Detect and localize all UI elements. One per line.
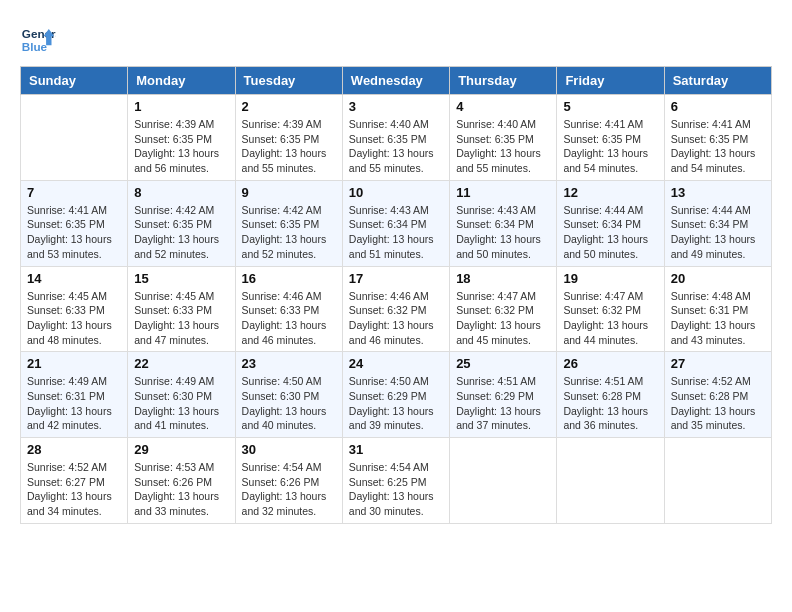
day-number: 31 [349,442,443,457]
day-detail: Sunrise: 4:46 AMSunset: 6:33 PMDaylight:… [242,289,336,348]
calendar-cell: 21Sunrise: 4:49 AMSunset: 6:31 PMDayligh… [21,352,128,438]
day-number: 29 [134,442,228,457]
calendar-cell: 18Sunrise: 4:47 AMSunset: 6:32 PMDayligh… [450,266,557,352]
day-number: 19 [563,271,657,286]
day-detail: Sunrise: 4:54 AMSunset: 6:25 PMDaylight:… [349,460,443,519]
day-detail: Sunrise: 4:47 AMSunset: 6:32 PMDaylight:… [456,289,550,348]
day-number: 1 [134,99,228,114]
calendar-cell: 6Sunrise: 4:41 AMSunset: 6:35 PMDaylight… [664,95,771,181]
calendar-cell: 25Sunrise: 4:51 AMSunset: 6:29 PMDayligh… [450,352,557,438]
day-number: 17 [349,271,443,286]
day-number: 21 [27,356,121,371]
calendar-week-row: 14Sunrise: 4:45 AMSunset: 6:33 PMDayligh… [21,266,772,352]
day-detail: Sunrise: 4:46 AMSunset: 6:32 PMDaylight:… [349,289,443,348]
day-detail: Sunrise: 4:39 AMSunset: 6:35 PMDaylight:… [242,117,336,176]
calendar-cell: 7Sunrise: 4:41 AMSunset: 6:35 PMDaylight… [21,180,128,266]
day-detail: Sunrise: 4:45 AMSunset: 6:33 PMDaylight:… [27,289,121,348]
calendar-cell: 3Sunrise: 4:40 AMSunset: 6:35 PMDaylight… [342,95,449,181]
day-number: 26 [563,356,657,371]
calendar-week-row: 28Sunrise: 4:52 AMSunset: 6:27 PMDayligh… [21,438,772,524]
calendar-cell: 29Sunrise: 4:53 AMSunset: 6:26 PMDayligh… [128,438,235,524]
calendar-cell: 28Sunrise: 4:52 AMSunset: 6:27 PMDayligh… [21,438,128,524]
day-detail: Sunrise: 4:40 AMSunset: 6:35 PMDaylight:… [349,117,443,176]
day-number: 11 [456,185,550,200]
day-detail: Sunrise: 4:41 AMSunset: 6:35 PMDaylight:… [27,203,121,262]
weekday-header-tuesday: Tuesday [235,67,342,95]
calendar-cell: 23Sunrise: 4:50 AMSunset: 6:30 PMDayligh… [235,352,342,438]
calendar-cell: 27Sunrise: 4:52 AMSunset: 6:28 PMDayligh… [664,352,771,438]
weekday-header-sunday: Sunday [21,67,128,95]
calendar-cell: 12Sunrise: 4:44 AMSunset: 6:34 PMDayligh… [557,180,664,266]
page-header: General Blue [20,20,772,56]
calendar-cell: 5Sunrise: 4:41 AMSunset: 6:35 PMDaylight… [557,95,664,181]
calendar-cell: 30Sunrise: 4:54 AMSunset: 6:26 PMDayligh… [235,438,342,524]
calendar-cell: 1Sunrise: 4:39 AMSunset: 6:35 PMDaylight… [128,95,235,181]
calendar-cell: 24Sunrise: 4:50 AMSunset: 6:29 PMDayligh… [342,352,449,438]
day-detail: Sunrise: 4:41 AMSunset: 6:35 PMDaylight:… [563,117,657,176]
day-detail: Sunrise: 4:50 AMSunset: 6:29 PMDaylight:… [349,374,443,433]
day-detail: Sunrise: 4:48 AMSunset: 6:31 PMDaylight:… [671,289,765,348]
day-number: 20 [671,271,765,286]
day-detail: Sunrise: 4:53 AMSunset: 6:26 PMDaylight:… [134,460,228,519]
calendar-cell: 16Sunrise: 4:46 AMSunset: 6:33 PMDayligh… [235,266,342,352]
calendar-cell: 8Sunrise: 4:42 AMSunset: 6:35 PMDaylight… [128,180,235,266]
day-detail: Sunrise: 4:51 AMSunset: 6:29 PMDaylight:… [456,374,550,433]
day-number: 25 [456,356,550,371]
calendar-cell: 11Sunrise: 4:43 AMSunset: 6:34 PMDayligh… [450,180,557,266]
svg-text:Blue: Blue [22,40,48,53]
day-number: 9 [242,185,336,200]
calendar-cell: 9Sunrise: 4:42 AMSunset: 6:35 PMDaylight… [235,180,342,266]
calendar-cell: 26Sunrise: 4:51 AMSunset: 6:28 PMDayligh… [557,352,664,438]
day-detail: Sunrise: 4:45 AMSunset: 6:33 PMDaylight:… [134,289,228,348]
calendar-week-row: 7Sunrise: 4:41 AMSunset: 6:35 PMDaylight… [21,180,772,266]
day-number: 12 [563,185,657,200]
day-detail: Sunrise: 4:41 AMSunset: 6:35 PMDaylight:… [671,117,765,176]
calendar-cell: 20Sunrise: 4:48 AMSunset: 6:31 PMDayligh… [664,266,771,352]
calendar-cell [557,438,664,524]
weekday-header-saturday: Saturday [664,67,771,95]
weekday-header-thursday: Thursday [450,67,557,95]
calendar-cell: 10Sunrise: 4:43 AMSunset: 6:34 PMDayligh… [342,180,449,266]
calendar-cell: 14Sunrise: 4:45 AMSunset: 6:33 PMDayligh… [21,266,128,352]
calendar-cell: 4Sunrise: 4:40 AMSunset: 6:35 PMDaylight… [450,95,557,181]
day-detail: Sunrise: 4:49 AMSunset: 6:31 PMDaylight:… [27,374,121,433]
calendar-table: SundayMondayTuesdayWednesdayThursdayFrid… [20,66,772,524]
weekday-header-monday: Monday [128,67,235,95]
day-number: 4 [456,99,550,114]
day-number: 6 [671,99,765,114]
day-number: 16 [242,271,336,286]
day-number: 28 [27,442,121,457]
calendar-cell: 19Sunrise: 4:47 AMSunset: 6:32 PMDayligh… [557,266,664,352]
calendar-cell: 2Sunrise: 4:39 AMSunset: 6:35 PMDaylight… [235,95,342,181]
calendar-cell: 15Sunrise: 4:45 AMSunset: 6:33 PMDayligh… [128,266,235,352]
day-detail: Sunrise: 4:39 AMSunset: 6:35 PMDaylight:… [134,117,228,176]
calendar-cell: 13Sunrise: 4:44 AMSunset: 6:34 PMDayligh… [664,180,771,266]
day-detail: Sunrise: 4:51 AMSunset: 6:28 PMDaylight:… [563,374,657,433]
calendar-cell: 31Sunrise: 4:54 AMSunset: 6:25 PMDayligh… [342,438,449,524]
calendar-week-row: 21Sunrise: 4:49 AMSunset: 6:31 PMDayligh… [21,352,772,438]
day-number: 24 [349,356,443,371]
calendar-cell: 17Sunrise: 4:46 AMSunset: 6:32 PMDayligh… [342,266,449,352]
day-number: 27 [671,356,765,371]
day-detail: Sunrise: 4:44 AMSunset: 6:34 PMDaylight:… [563,203,657,262]
day-detail: Sunrise: 4:40 AMSunset: 6:35 PMDaylight:… [456,117,550,176]
calendar-cell: 22Sunrise: 4:49 AMSunset: 6:30 PMDayligh… [128,352,235,438]
day-detail: Sunrise: 4:52 AMSunset: 6:28 PMDaylight:… [671,374,765,433]
day-detail: Sunrise: 4:47 AMSunset: 6:32 PMDaylight:… [563,289,657,348]
day-detail: Sunrise: 4:43 AMSunset: 6:34 PMDaylight:… [456,203,550,262]
day-detail: Sunrise: 4:49 AMSunset: 6:30 PMDaylight:… [134,374,228,433]
day-detail: Sunrise: 4:42 AMSunset: 6:35 PMDaylight:… [134,203,228,262]
calendar-week-row: 1Sunrise: 4:39 AMSunset: 6:35 PMDaylight… [21,95,772,181]
day-number: 10 [349,185,443,200]
day-number: 14 [27,271,121,286]
calendar-cell [664,438,771,524]
day-number: 30 [242,442,336,457]
logo: General Blue [20,20,56,56]
day-number: 23 [242,356,336,371]
day-number: 8 [134,185,228,200]
weekday-header-wednesday: Wednesday [342,67,449,95]
calendar-cell [450,438,557,524]
day-number: 15 [134,271,228,286]
day-number: 22 [134,356,228,371]
day-number: 13 [671,185,765,200]
